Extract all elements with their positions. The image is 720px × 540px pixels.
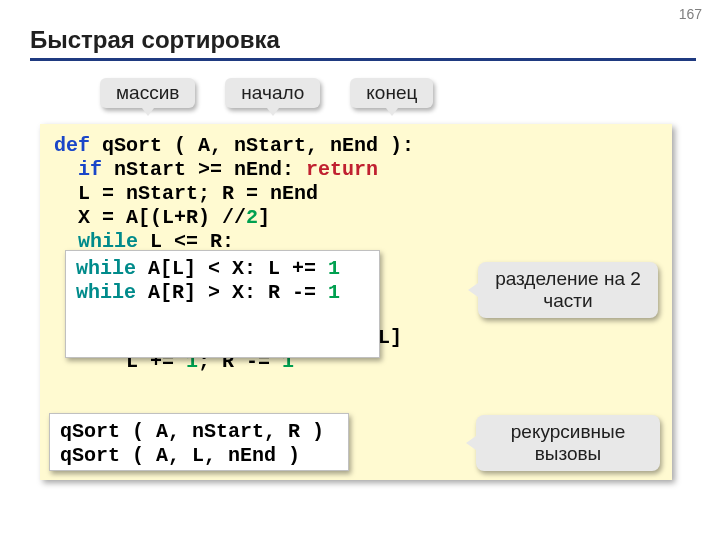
callout-recursive: рекурсивные вызовы	[476, 415, 660, 471]
label-start: начало	[225, 78, 320, 108]
inner-box-recursive-calls: qSort ( A, nStart, R ) qSort ( A, L, nEn…	[49, 413, 349, 471]
title-rule	[30, 58, 696, 61]
page-number: 167	[679, 6, 702, 22]
label-array: массив	[100, 78, 195, 108]
inner-box-pointer-moves: while A[L] < X: L += 1 while A[R] > X: R…	[65, 250, 380, 358]
page-title: Быстрая сортировка	[30, 26, 280, 54]
callout-split: разделение на 2 части	[478, 262, 658, 318]
param-labels: массив начало конец	[100, 78, 433, 108]
label-end: конец	[350, 78, 433, 108]
